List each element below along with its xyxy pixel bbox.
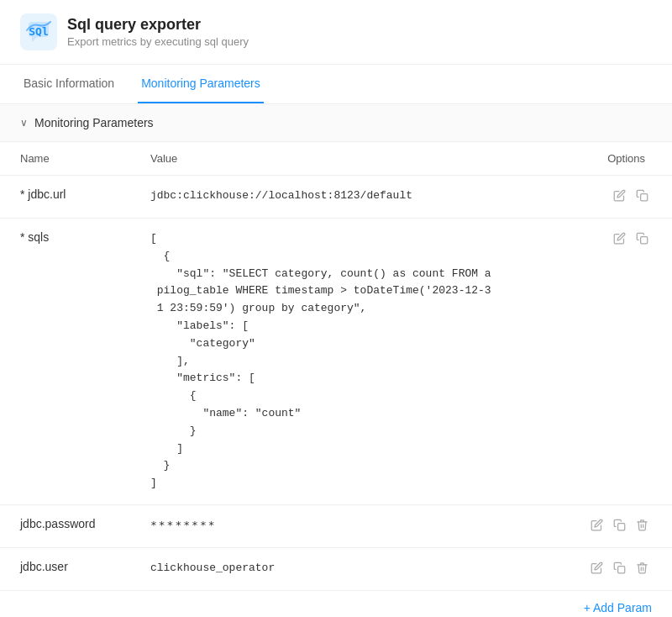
- param-name: jdbc.user: [0, 547, 130, 590]
- parameters-table: Name Value Options * jdbc.urljdbc:clickh…: [0, 142, 672, 591]
- edit-button[interactable]: [610, 230, 629, 249]
- svg-text:SQl: SQl: [29, 25, 48, 38]
- table-row: * jdbc.urljdbc:clickhouse://localhost:81…: [0, 176, 672, 219]
- tab-monitoring-parameters[interactable]: Monitoring Parameters: [138, 65, 264, 103]
- svg-rect-3: [641, 237, 648, 244]
- app-subtitle: Export metrics by executing sql query: [67, 35, 249, 48]
- column-header-name: Name: [0, 142, 130, 176]
- svg-rect-4: [618, 524, 625, 530]
- app-title: Sql query exporter: [67, 16, 249, 34]
- edit-button[interactable]: [587, 560, 606, 578]
- table-row: jdbc.userclickhouse_operator: [0, 547, 672, 590]
- param-options: [552, 547, 672, 590]
- svg-rect-2: [641, 194, 648, 201]
- chevron-icon: ∨: [20, 117, 28, 129]
- header-text: Sql query exporter Export metrics by exe…: [67, 16, 249, 48]
- edit-button[interactable]: [587, 517, 606, 535]
- section-title: Monitoring Parameters: [34, 116, 154, 129]
- copy-button[interactable]: [633, 187, 652, 206]
- copy-button[interactable]: [610, 517, 629, 535]
- param-name: * sqls: [0, 219, 130, 505]
- column-header-value: Value: [130, 142, 552, 176]
- param-value: ********: [130, 504, 552, 547]
- edit-button[interactable]: [610, 187, 629, 206]
- copy-button[interactable]: [610, 560, 629, 578]
- column-header-options: Options: [552, 142, 672, 176]
- param-name: * jdbc.url: [0, 176, 130, 219]
- tab-bar: Basic Information Monitoring Parameters: [0, 65, 672, 104]
- add-param-button[interactable]: + Add Param: [584, 601, 652, 614]
- delete-button[interactable]: [633, 560, 652, 578]
- table-row: * sqls[ { "sql": "SELECT category, count…: [0, 219, 672, 505]
- add-param-row: + Add Param: [0, 591, 672, 617]
- section-header[interactable]: ∨ Monitoring Parameters: [0, 104, 672, 142]
- param-options: [552, 176, 672, 219]
- copy-button[interactable]: [633, 230, 652, 249]
- param-value: jdbc:clickhouse://localhost:8123/default: [130, 176, 552, 219]
- svg-rect-5: [618, 567, 625, 573]
- param-value: clickhouse_operator: [130, 547, 552, 590]
- delete-button[interactable]: [633, 517, 652, 535]
- param-options: [552, 219, 672, 505]
- app-header: SQl Sql query exporter Export metrics by…: [0, 0, 672, 65]
- tab-basic-information[interactable]: Basic Information: [20, 65, 118, 103]
- table-header-row: Name Value Options: [0, 142, 672, 176]
- table-row: jdbc.password********: [0, 504, 672, 547]
- param-value: [ { "sql": "SELECT category, count() as …: [130, 219, 552, 505]
- app-logo: SQl: [20, 13, 57, 50]
- param-options: [552, 504, 672, 547]
- param-name: jdbc.password: [0, 504, 130, 547]
